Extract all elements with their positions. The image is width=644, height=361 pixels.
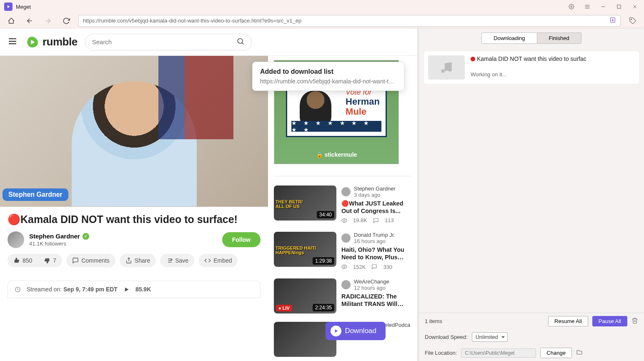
tab-finished[interactable]: Finished [537,33,581,44]
channel-avatar[interactable] [8,231,24,248]
related-title: RADICALIZED: The Militant TRANS Will Kee… [341,293,411,308]
browser-toolbar: https://rumble.com/v5ebjqd-kamala-did-no… [0,13,644,28]
pause-all-button[interactable]: Pause All [592,316,627,326]
download-panel: Downloading Finished Kamala DID NOT want… [419,28,644,361]
tab-downloading[interactable]: Downloading [481,33,537,44]
site-menu-button[interactable] [8,36,18,48]
speed-label: Download Speed: [425,334,468,340]
video-duration: 2:24:35 [313,304,334,311]
app-menu-icon[interactable] [582,2,592,12]
download-tabs: Downloading Finished [419,28,644,48]
site-header: rumble [0,28,417,56]
video-meta: Streamed on: Sep 9, 7:49 pm EDT 85.9K [8,281,261,298]
svg-point-13 [238,38,243,43]
svg-point-9 [631,19,631,20]
rumble-logo[interactable]: rumble [25,35,78,50]
follower-count: 41.1K followers [29,241,217,247]
live-badge: ● LIV [276,305,292,311]
related-title: Haiti, Ohio? What You Need to Know, Plus… [341,246,411,261]
location-path: C:\Users\Public\Meget [461,348,536,358]
ad-close-icon[interactable]: ✕ [417,59,419,66]
speed-select[interactable]: Unlimited [472,332,508,342]
related-avatar [341,187,351,196]
video-title: 🔴Kamala DID NOT want this video to surfa… [0,207,268,230]
video-duration: 34:40 [317,211,334,218]
download-thumbnail [428,55,465,80]
open-folder-icon[interactable] [576,349,583,357]
address-bar[interactable]: https://rumble.com/v5ebjqd-kamala-did-no… [78,15,621,27]
comments-button[interactable]: Comments [66,254,115,267]
related-author: Donald Trump Jr. [354,232,395,238]
svg-point-0 [571,6,572,8]
related-thumbnail[interactable]: ● LIV2:24:35 [274,278,336,313]
tag-icon[interactable] [626,15,639,27]
dislike-button[interactable]: 7 [38,254,62,267]
related-thumbnail[interactable]: THEY BETR/ALL OF US34:40 [274,186,336,221]
related-time: 16 hours ago [354,238,395,244]
channel-name[interactable]: Stephen Gardner [29,233,217,240]
play-icon [123,286,130,293]
svg-point-28 [441,69,445,73]
save-button[interactable]: Save [160,254,194,267]
toast-title: Added to download list [260,68,396,75]
share-button[interactable]: Share [120,254,156,267]
related-video-card[interactable]: THEY BETR/ALL OF US34:40 Stephen Gardner… [274,186,411,223]
related-author: WeAreChange [354,278,389,285]
svg-point-29 [448,68,452,72]
svg-point-27 [343,266,345,268]
download-item-title: Kamala DID NOT want this video to surfac [471,55,635,62]
download-item-status: Working on it... [471,71,635,78]
app-icon [4,3,13,11]
url-text: https://rumble.com/v5ebjqd-kamala-did-no… [83,18,301,24]
related-time: 12 hours ago [354,285,389,291]
toast-url: https://rumble.com/v5ebjqd-kamala-did-no… [260,78,396,85]
related-time: 3 days ago [354,192,396,198]
related-avatar [341,280,351,289]
embed-button[interactable]: Embed [198,254,238,267]
related-author: Stephen Gardner [354,186,396,192]
svg-rect-5 [617,5,621,8]
search-input[interactable] [92,38,236,45]
like-button[interactable]: 850 [8,254,38,267]
item-count: 1 items [425,318,442,324]
download-footer: 1 items Resume All Pause All Download Sp… [419,313,644,361]
back-button[interactable] [23,15,36,27]
search-box[interactable] [85,34,252,50]
related-thumbnail[interactable]: TRIGGERED HAITIHAPPENings1:29:38 [274,232,336,267]
ad-stars: ★ ★ ★ ★ ★ ★ ★ ★ ★ [291,121,381,132]
follow-button[interactable]: Follow [222,232,261,247]
forward-button[interactable] [42,15,54,27]
download-button-icon [331,326,341,336]
svg-line-14 [242,43,244,44]
ad-brand: 🔒 stickermule [274,151,398,158]
home-button[interactable] [5,15,18,27]
reload-button[interactable] [60,15,73,27]
location-label: File Location: [425,350,457,356]
related-title: 🔴What JUST Leaked Out of Congress Is... [341,200,411,215]
related-video-card[interactable]: ● LIV2:24:35 WeAreChange12 hours ago RAD… [274,278,411,313]
download-toast: Added to download list https://rumble.co… [252,62,404,91]
download-url-icon[interactable] [609,17,616,25]
change-location-button[interactable]: Change [540,348,572,358]
related-avatar [341,233,351,243]
video-name-overlay: Stephen Gardner [3,188,68,201]
video-duration: 1:29:38 [313,257,334,265]
rumble-logo-text: rumble [43,35,78,48]
title-bar: Meget [0,0,644,13]
resume-all-button[interactable]: Resume All [548,316,588,326]
video-bg-flag [158,56,233,139]
delete-icon[interactable] [631,317,638,325]
related-video-card[interactable]: TRIGGERED HAITIHAPPENings1:29:38 Donald … [274,232,411,270]
svg-point-26 [343,220,345,221]
search-icon[interactable] [236,37,245,47]
clock-icon [15,286,21,293]
rumble-logo-icon [25,35,40,50]
download-button[interactable]: Download [326,322,386,340]
svg-marker-25 [125,287,129,291]
video-player[interactable]: Stephen Gardner [0,56,268,207]
download-item[interactable]: Kamala DID NOT want this video to surfac… [424,51,639,84]
minimize-button[interactable] [598,2,608,12]
close-button[interactable] [630,2,640,12]
settings-icon[interactable] [566,2,576,12]
maximize-button[interactable] [614,2,624,12]
